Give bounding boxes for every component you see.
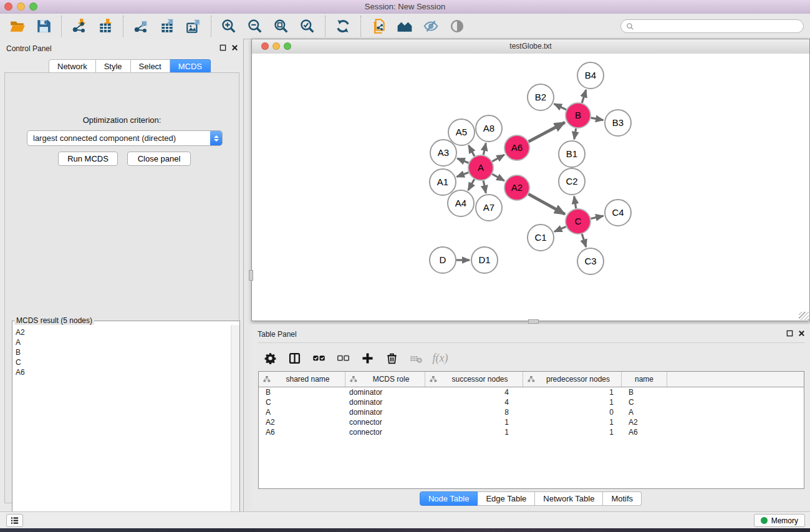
close-panel-button[interactable]: Close panel — [127, 152, 191, 166]
edge-A-A7[interactable] — [483, 181, 486, 193]
table-cell[interactable]: A — [622, 407, 667, 417]
table-row[interactable]: Cdominator41C — [259, 397, 804, 407]
node-B2[interactable]: B2 — [528, 84, 554, 110]
tab-motifs[interactable]: Motifs — [603, 491, 642, 506]
select-all-button[interactable] — [311, 351, 326, 365]
delete-column-button[interactable] — [384, 351, 399, 365]
vertical-scrollbar-stub[interactable] — [249, 270, 253, 281]
table-cell[interactable]: A6 — [622, 427, 667, 437]
node-D1[interactable]: D1 — [471, 247, 498, 273]
mcds-result-list[interactable]: A2ABCA6 — [12, 325, 231, 523]
table-cell[interactable]: 1 — [523, 417, 622, 427]
node-A5[interactable]: A5 — [448, 119, 475, 145]
edge-C-C4[interactable] — [591, 216, 604, 218]
table-cell[interactable]: 1 — [425, 417, 523, 427]
node-D[interactable]: D — [430, 247, 456, 273]
zoom-in-button[interactable] — [219, 17, 238, 36]
float-panel-icon[interactable] — [219, 44, 226, 51]
edge-B-B4[interactable] — [582, 90, 586, 103]
edge-A-A1[interactable] — [456, 172, 468, 177]
table-row[interactable]: Bdominator41B — [259, 387, 804, 397]
close-table-panel-icon[interactable] — [798, 330, 805, 337]
edge-A-A8[interactable] — [483, 143, 486, 155]
zoom-fit-button[interactable] — [272, 17, 291, 36]
table-cell[interactable]: A2 — [259, 417, 345, 427]
mcds-result-item[interactable]: B — [16, 347, 231, 357]
hide-details-button[interactable] — [422, 17, 440, 36]
edge-A2-C[interactable] — [528, 194, 565, 214]
node-C[interactable]: C — [566, 209, 591, 234]
tab-node-table[interactable]: Node Table — [420, 491, 478, 506]
network-document-button[interactable] — [369, 17, 388, 36]
column-header-successor-nodes[interactable]: successor nodes — [425, 372, 523, 387]
edge-B-B2[interactable] — [554, 104, 566, 109]
node-B3[interactable]: B3 — [605, 110, 631, 136]
table-cell[interactable]: 1 — [523, 387, 622, 397]
task-history-button[interactable] — [6, 514, 23, 527]
show-column-button[interactable] — [287, 351, 302, 365]
table-row[interactable]: Adominator80A — [259, 407, 804, 417]
table-mode-gear-button[interactable] — [263, 351, 277, 365]
mcds-result-item[interactable]: A — [16, 337, 231, 347]
column-header-MCDS-role[interactable]: MCDS role — [345, 372, 425, 387]
edge-C-C3[interactable] — [582, 234, 586, 247]
network-canvas[interactable]: B4B2BB3A5A8A6A3B1AA1C2A2A4A7C4CC1DD1C3 — [252, 54, 809, 318]
search-field[interactable] — [620, 19, 804, 33]
table-row[interactable]: A6connector11A6 — [259, 427, 804, 437]
node-C1[interactable]: C1 — [528, 225, 554, 251]
table-cell[interactable]: dominator — [345, 407, 425, 417]
table-cell[interactable]: B — [622, 387, 667, 397]
node-C3[interactable]: C3 — [577, 248, 604, 274]
horizontal-scrollbar-stub[interactable] — [528, 319, 539, 324]
node-B[interactable]: B — [566, 103, 591, 128]
edge-A-A4[interactable] — [468, 179, 475, 190]
refresh-button[interactable] — [334, 17, 352, 36]
edge-A6-B[interactable] — [529, 122, 565, 142]
edge-A-A3[interactable] — [457, 158, 468, 163]
table-cell[interactable]: A — [259, 407, 345, 417]
table-cell[interactable]: connector — [345, 417, 425, 427]
table-cell[interactable]: dominator — [345, 397, 425, 407]
close-panel-icon[interactable] — [231, 44, 238, 51]
tab-edge-table[interactable]: Edge Table — [478, 491, 535, 506]
mcds-result-item[interactable]: A2 — [16, 327, 231, 337]
node-C2[interactable]: C2 — [559, 168, 585, 195]
column-header-name[interactable]: name — [622, 372, 667, 387]
column-header-predecessor-nodes[interactable]: predecessor nodes — [523, 372, 622, 387]
memory-button[interactable]: Memory — [754, 514, 805, 527]
network-frame-titlebar[interactable]: testGlobe.txt — [252, 39, 809, 54]
edge-C-C2[interactable] — [574, 196, 576, 209]
node-A[interactable]: A — [468, 155, 493, 180]
node-B4[interactable]: B4 — [577, 62, 604, 89]
import-network-button[interactable] — [70, 17, 89, 36]
node-B1[interactable]: B1 — [559, 141, 585, 167]
search-input[interactable] — [637, 21, 798, 31]
run-mcds-button[interactable]: Run MCDS — [58, 152, 118, 166]
node-A1[interactable]: A1 — [430, 169, 456, 195]
node-A2[interactable]: A2 — [504, 175, 529, 200]
node-A6[interactable]: A6 — [504, 135, 529, 160]
table-cell[interactable]: B — [259, 387, 345, 397]
tab-style[interactable]: Style — [96, 59, 131, 74]
edge-C-C1[interactable] — [554, 226, 566, 231]
table-cell[interactable]: A2 — [622, 417, 667, 427]
node-C4[interactable]: C4 — [605, 200, 631, 226]
edge-B-B3[interactable] — [591, 118, 604, 120]
table-cell[interactable]: 4 — [425, 397, 523, 407]
table-cell[interactable]: 1 — [523, 427, 622, 437]
table-cell[interactable]: 0 — [523, 407, 622, 417]
export-table-button[interactable] — [158, 17, 176, 36]
mcds-result-item[interactable]: C — [16, 357, 231, 367]
tab-select[interactable]: Select — [131, 59, 170, 74]
table-cell[interactable]: connector — [345, 427, 425, 437]
table-cell[interactable]: 1 — [523, 397, 622, 407]
tab-mcds[interactable]: MCDS — [170, 59, 211, 74]
show-details-button[interactable] — [448, 17, 466, 36]
edge-A-A6[interactable] — [492, 155, 504, 162]
deselect-all-button[interactable] — [335, 351, 350, 365]
tab-network[interactable]: Network — [49, 59, 96, 74]
edge-B-B1[interactable] — [574, 128, 576, 140]
mcds-list-scrollbar[interactable] — [231, 325, 239, 523]
table-cell[interactable]: C — [259, 397, 345, 407]
edge-A-A5[interactable] — [468, 145, 475, 156]
